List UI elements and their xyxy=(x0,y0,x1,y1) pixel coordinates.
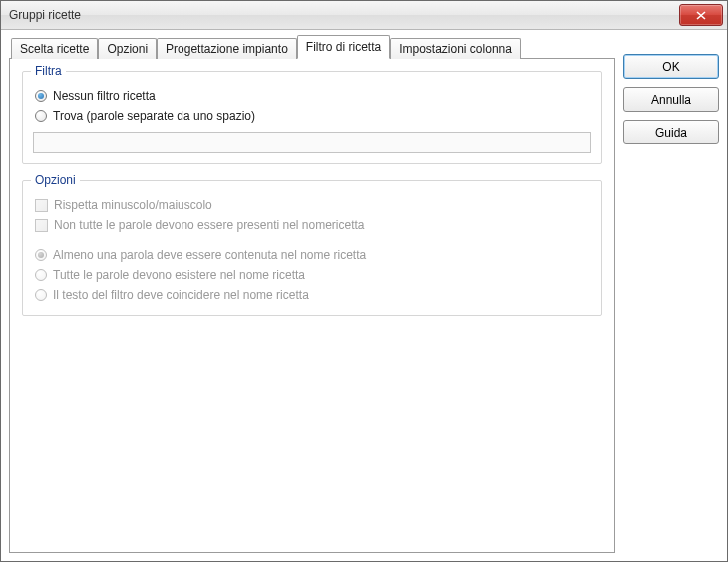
tab-scelta-ricette[interactable]: Scelta ricette xyxy=(11,38,98,59)
group-legend: Filtra xyxy=(31,64,66,78)
tab-opzioni[interactable]: Opzioni xyxy=(98,38,157,59)
right-pane: OK Annulla Guida xyxy=(615,36,719,553)
row-exact-match[interactable]: Il testo del filtro deve coincidere nel … xyxy=(33,285,591,305)
tab-label: Scelta ricette xyxy=(20,42,89,56)
row-not-all-words[interactable]: Non tutte le parole devono essere presen… xyxy=(33,215,591,235)
left-pane: Scelta ricette Opzioni Progettazione imp… xyxy=(9,36,615,553)
tab-label: Impostazioni colonna xyxy=(399,42,512,56)
titlebar: Gruppi ricette xyxy=(1,1,727,30)
tab-label: Filtro di ricetta xyxy=(306,40,381,54)
button-label: Annulla xyxy=(651,93,691,107)
radio-icon xyxy=(35,90,47,102)
row-at-least-one[interactable]: Almeno una parola deve essere contenuta … xyxy=(33,245,591,265)
group-legend: Opzioni xyxy=(31,173,80,187)
row-find[interactable]: Trova (parole separate da uno spazio) xyxy=(33,106,591,126)
radio-icon xyxy=(35,110,47,122)
tab-strip: Scelta ricette Opzioni Progettazione imp… xyxy=(9,36,615,58)
group-opzioni: Opzioni Rispetta minuscolo/maiuscolo Non… xyxy=(22,180,602,316)
tab-label: Opzioni xyxy=(107,42,148,56)
client-area: Scelta ricette Opzioni Progettazione imp… xyxy=(1,30,727,561)
close-icon xyxy=(696,11,706,20)
cancel-button[interactable]: Annulla xyxy=(623,87,719,112)
row-respect-case[interactable]: Rispetta minuscolo/maiuscolo xyxy=(33,195,591,215)
dialog-window: Gruppi ricette Scelta ricette Opzioni Pr… xyxy=(0,0,728,562)
button-label: Guida xyxy=(655,126,687,140)
radio-icon xyxy=(35,289,47,301)
checkbox-label: Rispetta minuscolo/maiuscolo xyxy=(54,198,212,212)
ok-button[interactable]: OK xyxy=(623,54,719,79)
tab-impostazioni-colonna[interactable]: Impostazioni colonna xyxy=(390,38,521,59)
close-button[interactable] xyxy=(679,4,723,26)
checkbox-icon xyxy=(35,219,48,232)
window-title: Gruppi ricette xyxy=(9,8,679,22)
radio-label: Almeno una parola deve essere contenuta … xyxy=(53,248,366,262)
row-all-exist[interactable]: Tutte le parole devono esistere nel nome… xyxy=(33,265,591,285)
radio-label: Il testo del filtro deve coincidere nel … xyxy=(53,288,309,302)
radio-icon xyxy=(35,269,47,281)
tab-progettazione[interactable]: Progettazione impianto xyxy=(157,38,297,59)
checkbox-label: Non tutte le parole devono essere presen… xyxy=(54,218,365,232)
group-filtra: Filtra Nessun filtro ricetta Trova (paro… xyxy=(22,71,602,164)
row-no-filter[interactable]: Nessun filtro ricetta xyxy=(33,86,591,106)
tab-panel: Filtra Nessun filtro ricetta Trova (paro… xyxy=(9,58,615,553)
tab-label: Progettazione impianto xyxy=(166,42,288,56)
filter-text-input[interactable] xyxy=(33,132,591,153)
checkbox-icon xyxy=(35,199,48,212)
tab-filtro-di-ricetta[interactable]: Filtro di ricetta xyxy=(297,35,390,59)
help-button[interactable]: Guida xyxy=(623,120,719,144)
radio-icon xyxy=(35,249,47,261)
radio-label: Nessun filtro ricetta xyxy=(53,89,156,103)
button-label: OK xyxy=(662,60,679,74)
radio-label: Trova (parole separate da uno spazio) xyxy=(53,109,255,123)
radio-label: Tutte le parole devono esistere nel nome… xyxy=(53,268,305,282)
